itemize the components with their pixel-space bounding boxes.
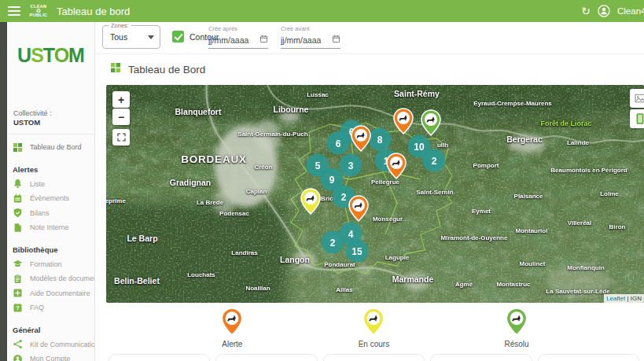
- stat-card: [215, 354, 317, 361]
- map-attribution: Leaflet | IGN: [604, 294, 644, 303]
- sidebar-item-label: Bilans: [30, 209, 50, 217]
- divider: [7, 134, 94, 134]
- map-place-label: Moulinet: [520, 260, 546, 267]
- logo-letter: O: [54, 44, 68, 66]
- created-before-label: Crée avant: [281, 25, 340, 32]
- leaflet-link[interactable]: Leaflet: [606, 295, 625, 302]
- sidebar-item-tableau-de-bord[interactable]: Tableau de Bord: [7, 140, 94, 155]
- refresh-icon[interactable]: ↻: [581, 6, 591, 17]
- map-place-label: Pomport: [473, 162, 499, 169]
- calendar-icon[interactable]: [332, 35, 340, 45]
- calendar-icon[interactable]: [259, 35, 268, 45]
- pin-alerte[interactable]: [348, 195, 369, 222]
- map-legend: AlerteEn coursRésolu: [106, 308, 644, 348]
- satellite-imagery: [106, 85, 644, 303]
- satellite-layer-button[interactable]: [630, 89, 644, 108]
- logo-line2: PUBLIC: [28, 13, 49, 18]
- pin-alerte[interactable]: [351, 125, 371, 152]
- sidebar-item-aide-documentaire[interactable]: Aide Documentaire: [7, 286, 94, 301]
- zones-select[interactable]: Zones: Tous: [102, 25, 160, 49]
- map-place-label: Miramont-de-Guyenne: [441, 234, 508, 241]
- map-place-label: Langon: [280, 255, 310, 264]
- created-before-field[interactable]: Crée avant jj/mm/aaaa: [281, 25, 340, 49]
- menu-icon[interactable]: [8, 6, 20, 16]
- zoom-in-button[interactable]: +: [112, 91, 130, 108]
- account-name[interactable]: Clean4g: [617, 6, 644, 16]
- sidebar-item-label: Kit de Communication: [30, 341, 94, 348]
- stats-cards-row: [109, 354, 639, 361]
- zones-label: Zones:: [109, 22, 131, 29]
- cluster-marker[interactable]: 2: [423, 149, 446, 172]
- sidebar-item-formation[interactable]: Formation: [7, 257, 94, 272]
- cluster-marker[interactable]: 3: [340, 154, 362, 177]
- legend-item-alerte: Alerte: [221, 308, 243, 348]
- map-place-label: Beaumontois en Périgord: [550, 167, 627, 174]
- map-place-label: Lalinde: [567, 139, 589, 146]
- clipboard-icon: [13, 274, 24, 284]
- map-place-label: Belin-Beliet: [114, 276, 160, 285]
- zoom-out-button[interactable]: −: [112, 109, 130, 125]
- section-label: Général: [13, 326, 40, 334]
- cluster-marker[interactable]: 8: [369, 128, 392, 151]
- map-place-label: Plaisance: [514, 193, 543, 200]
- cluster-marker[interactable]: 6: [327, 132, 350, 155]
- pin-en-cours-icon: [362, 308, 385, 339]
- pin-en-cours[interactable]: [300, 188, 321, 215]
- sidebar-item-mod-les-de-documents[interactable]: Modèles de documents: [7, 271, 94, 286]
- legend-label: En cours: [359, 340, 389, 348]
- pin-alerte[interactable]: [386, 153, 407, 179]
- sidebar-item-label: FAQ: [30, 304, 44, 311]
- stat-card: [109, 354, 210, 361]
- pin-resolu[interactable]: [421, 109, 441, 136]
- map-place-label: Bergerac: [506, 134, 543, 144]
- sidebar-item-note-interne[interactable]: Note Interne: [7, 220, 94, 235]
- sidebar-item-liste[interactable]: Liste: [7, 177, 94, 192]
- map-place-label: Biron: [609, 223, 626, 230]
- dashboard-grid-icon: [13, 142, 24, 153]
- map-place-label: Marmande: [392, 274, 434, 284]
- stat-card: [430, 354, 532, 361]
- map-place-label: Libourne: [274, 105, 309, 114]
- map-place-label: Le Barp: [127, 234, 157, 243]
- fullscreen-button[interactable]: [112, 129, 130, 146]
- account-icon: [13, 354, 24, 361]
- collectivity-label: Collectivité :: [13, 109, 52, 117]
- sidebar-item-label: Liste: [30, 180, 45, 188]
- collapsed-drawer-rail: [0, 22, 7, 361]
- created-after-field[interactable]: Crée après jj/mm/aaaa: [208, 25, 268, 49]
- dashboard-grid-icon: [110, 62, 121, 76]
- legend-label: Résolu: [505, 340, 529, 348]
- sidebar-item-faq[interactable]: ?FAQ: [7, 300, 94, 315]
- question-icon: ?: [13, 303, 24, 313]
- clean4public-logo: CLEAN ♻ PUBLIC: [28, 5, 49, 18]
- map-place-label: La Brede: [197, 199, 223, 206]
- pin-alerte[interactable]: [393, 108, 414, 134]
- chevron-down-icon: [148, 35, 154, 39]
- legend-label: Alerte: [222, 340, 242, 348]
- sidebar-item-label: Modèles de documents: [30, 274, 94, 282]
- cluster-marker[interactable]: 15: [346, 240, 369, 263]
- sidebar-item--v-nements[interactable]: Évènements: [7, 191, 94, 206]
- contour-checkbox[interactable]: [172, 31, 184, 42]
- account-icon[interactable]: [598, 5, 610, 17]
- map[interactable]: LussacSaint-RémyEyraud-Crempse-MaurensLi…: [106, 85, 644, 303]
- legend-item-en-cours: En cours: [359, 308, 389, 348]
- cluster-marker[interactable]: 2: [322, 231, 344, 254]
- map-place-label: Forêt de Liorac: [540, 120, 591, 127]
- sidebar-item-mon-compte[interactable]: Mon Compte: [7, 352, 94, 361]
- map-place-label: Saint-Sernin: [416, 189, 453, 196]
- collectivity-block: Collectivité : USTOM: [13, 109, 52, 128]
- map-place-label: Saint-Germain-du-Puch: [237, 131, 307, 138]
- bell-icon: [13, 179, 24, 189]
- sidebar-section-g-n-ral: Général: [7, 315, 94, 337]
- map-place-label: BORDEAUX: [181, 153, 247, 165]
- sidebar-item-kit-de-communication[interactable]: Kit de Communication: [7, 337, 94, 352]
- map-place-label: Capian: [246, 188, 267, 195]
- sidebar-item-label: Formation: [30, 260, 62, 268]
- sidebar-item-label: Note Interne: [30, 223, 69, 231]
- plan-layer-button[interactable]: [630, 109, 644, 128]
- sidebar-item-bilans[interactable]: Bilans: [7, 206, 94, 221]
- map-place-label: Lussac: [307, 91, 329, 98]
- map-place-label: Landiras: [231, 249, 257, 256]
- map-place-label: Eyraud-Crempse-Maurens: [473, 100, 552, 107]
